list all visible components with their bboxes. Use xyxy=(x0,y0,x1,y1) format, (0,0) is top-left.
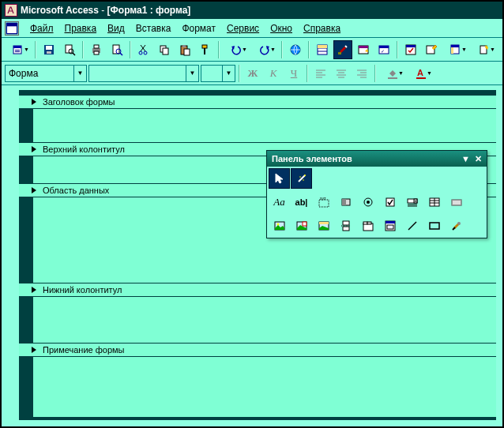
tool-rectangle[interactable] xyxy=(423,216,445,236)
svg-rect-97 xyxy=(387,225,393,229)
tool-commandbutton[interactable] xyxy=(446,192,467,212)
menu-view[interactable]: Вид xyxy=(103,21,130,36)
formatting-toolbar: Форма▼ ▼ ▼ Ж К Ч ▼ A▼ xyxy=(2,62,502,85)
svg-rect-89 xyxy=(343,221,349,225)
svg-rect-27 xyxy=(202,45,207,48)
paste-button[interactable] xyxy=(175,40,194,59)
menu-help[interactable]: Справка xyxy=(299,21,345,36)
menu-window[interactable]: Окно xyxy=(265,21,297,36)
svg-rect-7 xyxy=(46,46,52,50)
menu-bar: Файл Правка Вид Вставка Формат Сервис Ок… xyxy=(2,19,502,38)
object-combo[interactable]: Форма▼ xyxy=(5,65,87,82)
svg-rect-94 xyxy=(367,222,371,224)
save-button[interactable] xyxy=(39,40,58,59)
undo-button[interactable]: ▼ xyxy=(223,40,250,59)
file-search-button[interactable] xyxy=(60,40,79,59)
preview-button[interactable] xyxy=(107,40,126,59)
section-page-footer[interactable]: Нижний колонтитул xyxy=(19,283,496,297)
bold-button[interactable]: Ж xyxy=(243,64,262,83)
menu-file[interactable]: Файл xyxy=(25,21,58,36)
dbwindow-button[interactable]: ▼ xyxy=(442,40,469,59)
tool-togglebutton[interactable] xyxy=(335,192,356,212)
tool-combobox[interactable] xyxy=(401,192,423,212)
svg-line-17 xyxy=(120,53,122,55)
build-button[interactable] xyxy=(422,40,441,59)
svg-rect-23 xyxy=(163,48,168,54)
tool-subform[interactable] xyxy=(379,216,401,236)
tool-listbox[interactable] xyxy=(423,192,445,212)
svg-rect-4 xyxy=(15,50,20,51)
toolbox-window[interactable]: Панель элементов ▼ ✕ Aa ab| xyz xyxy=(266,150,487,238)
title-bar: Microsoft Access - [Форма1 : форма] xyxy=(2,2,502,19)
cut-button[interactable] xyxy=(134,40,153,59)
field-list-button[interactable] xyxy=(313,40,332,59)
align-right-button[interactable] xyxy=(352,64,371,83)
svg-rect-36 xyxy=(359,46,368,48)
menu-format[interactable]: Формат xyxy=(177,21,220,36)
tool-optiongroup[interactable]: xyz xyxy=(313,192,334,212)
code-button[interactable]: ✓ xyxy=(374,40,393,59)
page-footer-area[interactable] xyxy=(19,297,496,343)
copy-button[interactable] xyxy=(155,40,174,59)
autoformat-button[interactable] xyxy=(354,40,373,59)
redo-button[interactable]: ▼ xyxy=(251,40,278,59)
section-form-footer[interactable]: Примечание формы xyxy=(19,343,496,357)
tool-line[interactable] xyxy=(401,216,423,236)
svg-line-11 xyxy=(73,53,75,55)
tool-textbox[interactable]: ab| xyxy=(291,192,312,212)
tool-tabcontrol[interactable] xyxy=(357,216,378,236)
svg-point-100 xyxy=(457,222,461,225)
tool-pagebreak[interactable] xyxy=(335,216,356,236)
newobject-button[interactable]: ▼ xyxy=(471,40,498,59)
underline-button[interactable]: Ч xyxy=(284,64,303,83)
italic-button[interactable]: К xyxy=(264,64,283,83)
app-title: Microsoft Access - [Форма1 : форма] xyxy=(21,5,190,16)
svg-rect-93 xyxy=(363,222,367,224)
fillcolor-button[interactable]: ▼ xyxy=(379,64,406,83)
form-design-surface[interactable]: Заголовок формы Верхний колонтитул Облас… xyxy=(19,90,496,420)
align-left-button[interactable] xyxy=(311,64,330,83)
format-painter-button[interactable] xyxy=(196,40,215,59)
svg-rect-26 xyxy=(184,49,190,55)
svg-point-71 xyxy=(367,201,370,204)
tool-image[interactable] xyxy=(269,216,290,236)
menu-insert[interactable]: Вставка xyxy=(131,21,176,36)
section-form-header[interactable]: Заголовок формы xyxy=(19,95,496,109)
toolbox-titlebar[interactable]: Панель элементов ▼ ✕ xyxy=(267,151,487,167)
tool-label[interactable]: Aa xyxy=(269,192,290,212)
toolbox-button[interactable] xyxy=(333,40,352,59)
svg-rect-1 xyxy=(6,23,17,26)
print-button[interactable] xyxy=(87,40,106,59)
form-header-area[interactable] xyxy=(19,109,496,142)
menu-edit[interactable]: Правка xyxy=(60,21,102,36)
svg-text:xyz: xyz xyxy=(320,196,326,201)
toolbox-close-icon[interactable]: ✕ xyxy=(475,154,482,164)
svg-rect-96 xyxy=(386,221,395,223)
tool-wizard[interactable] xyxy=(291,168,312,189)
svg-point-21 xyxy=(144,51,147,54)
svg-line-101 xyxy=(453,227,455,230)
view-button[interactable]: ▼ xyxy=(5,40,32,59)
tool-pointer[interactable] xyxy=(269,168,290,189)
tool-checkbox[interactable] xyxy=(379,192,401,212)
tool-unbound-object[interactable] xyxy=(291,216,312,236)
menu-tools[interactable]: Сервис xyxy=(222,21,264,36)
fontcolor-button[interactable]: A▼ xyxy=(408,64,434,83)
svg-text:✓: ✓ xyxy=(381,49,385,54)
toolbox-options-icon[interactable]: ▼ xyxy=(461,154,470,163)
tool-optionbutton[interactable] xyxy=(357,192,378,212)
svg-text:A: A xyxy=(417,68,423,77)
font-combo[interactable]: ▼ xyxy=(88,65,199,82)
tool-bound-object[interactable] xyxy=(313,216,334,236)
fontsize-combo[interactable]: ▼ xyxy=(201,65,235,82)
control-menu-icon[interactable] xyxy=(5,21,19,36)
svg-rect-28 xyxy=(204,48,205,54)
hyperlink-button[interactable] xyxy=(286,40,305,59)
svg-rect-34 xyxy=(338,52,341,54)
svg-rect-61 xyxy=(416,77,426,79)
tool-more-controls[interactable] xyxy=(446,216,467,236)
properties-button[interactable] xyxy=(401,40,420,59)
form-footer-area[interactable] xyxy=(19,357,496,417)
align-center-button[interactable] xyxy=(332,64,351,83)
svg-rect-45 xyxy=(451,45,459,47)
